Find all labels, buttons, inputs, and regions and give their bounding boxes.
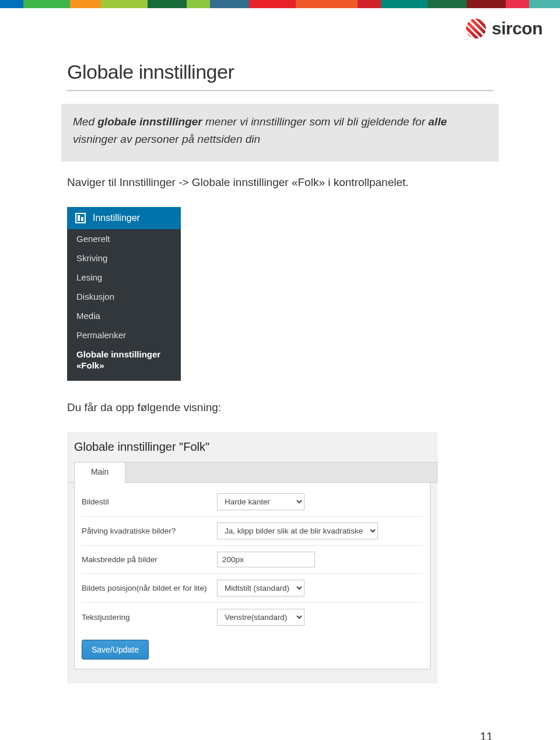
sidebar-item-diskusjon[interactable]: Diskusjon — [67, 287, 181, 306]
select-bildestil[interactable]: Harde kanter — [217, 493, 304, 510]
color-band — [0, 0, 560, 8]
sidebar-item-globale-folk[interactable]: Globale innstillinger «Folk» — [67, 345, 181, 376]
sidebar-item-generelt[interactable]: Generelt — [67, 229, 181, 248]
paragraph-navigate: Naviger til Innstillinger -> Globale inn… — [67, 174, 493, 191]
select-posisjon[interactable]: Midtstilt (standard) — [217, 580, 304, 597]
settings-heading: Globale innstillinger "Folk" — [67, 440, 438, 462]
select-tekstjust[interactable]: Venstre(standard) — [217, 609, 304, 626]
sidebar-header-label: Innstillinger — [93, 213, 140, 223]
brand-logo-text: sircon — [492, 19, 542, 38]
settings-icon — [75, 213, 86, 223]
label-bildestil: Bildestil — [82, 497, 217, 506]
row-maksbredde: Maksbredde på bilder — [82, 546, 423, 574]
sidebar-item-label: Media — [76, 311, 100, 321]
brand-logo: sircon — [0, 8, 560, 38]
settings-form: Bildestil Harde kanter Påtving kvadratis… — [74, 483, 430, 669]
sidebar-item-label: Diskusjon — [76, 292, 114, 301]
sidebar-header[interactable]: Innstillinger — [67, 207, 181, 229]
sidebar-item-label: Globale innstillinger «Folk» — [76, 349, 160, 370]
row-kvadratisk: Påtving kvadratiske bilder? Ja, klipp bi… — [82, 517, 423, 546]
settings-panel: Globale innstillinger "Folk" Main Bildes… — [67, 432, 438, 683]
label-tekstjust: Tekstjustering — [82, 613, 217, 622]
tab-main[interactable]: Main — [74, 462, 125, 483]
sidebar-item-label: Lesing — [76, 272, 102, 282]
callout-text-mid: mener vi innstillinger som vil bli gjeld… — [202, 115, 429, 128]
select-kvadratisk[interactable]: Ja, klipp bilder slik at de blir kvadrat… — [217, 522, 378, 539]
label-posisjon: Bildets posisjon(når bildet er for lite) — [82, 584, 217, 592]
input-maksbredde[interactable] — [217, 552, 315, 567]
row-posisjon: Bildets posisjon(når bildet er for lite)… — [82, 574, 423, 603]
callout-bold1: globale innstillinger — [97, 115, 202, 128]
sidebar-item-label: Permalenker — [76, 330, 126, 340]
sidebar-item-label: Skriving — [76, 253, 107, 263]
callout-text-post: visninger av personer på nettsiden din — [73, 133, 260, 145]
save-button[interactable]: Save/Update — [82, 640, 149, 660]
sidebar-item-skriving[interactable]: Skriving — [67, 248, 181, 268]
page-number: 11 — [0, 707, 560, 740]
row-tekstjust: Tekstjustering Venstre(standard) — [82, 603, 423, 632]
wp-settings-sidebar: Innstillinger Generelt Skriving Lesing D… — [67, 207, 181, 381]
callout-text-pre: Med — [73, 115, 97, 128]
sidebar-item-media[interactable]: Media — [67, 306, 181, 325]
sidebar-item-lesing[interactable]: Lesing — [67, 268, 181, 287]
callout-box: Med globale innstillinger mener vi innst… — [61, 104, 499, 162]
sidebar-item-permalenker[interactable]: Permalenker — [67, 325, 181, 345]
tab-spacer — [125, 462, 438, 483]
label-maksbredde: Maksbredde på bilder — [82, 555, 217, 564]
brand-logo-icon — [466, 19, 486, 38]
row-bildestil: Bildestil Harde kanter — [82, 488, 423, 517]
sidebar-item-label: Generelt — [76, 234, 110, 244]
paragraph-result: Du får da opp følgende visning: — [67, 399, 493, 416]
page-title: Globale innstillinger — [67, 61, 493, 91]
callout-bold2: alle — [428, 115, 447, 128]
label-kvadratisk: Påtving kvadratiske bilder? — [82, 527, 217, 535]
settings-tabs: Main — [67, 462, 438, 483]
